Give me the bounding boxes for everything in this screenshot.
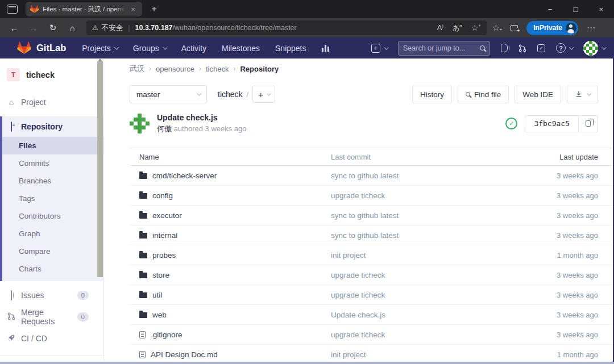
nav-activity[interactable]: Activity [181, 44, 206, 53]
commit-title[interactable]: Update check.js [157, 113, 247, 122]
file-name[interactable]: probes [152, 251, 176, 260]
merge-requests-icon[interactable] [518, 44, 526, 52]
minimize-button[interactable]: − [537, 0, 563, 18]
commit-message[interactable]: sync to github latest [331, 211, 523, 220]
home-button[interactable]: ⌂ [63, 23, 82, 33]
table-row[interactable]: config upgrade ticheck 3 weeks ago [130, 186, 614, 206]
sidebar-scrollbar[interactable] [97, 61, 103, 277]
breadcrumb-namespace[interactable]: opensource [156, 65, 194, 73]
translate-icon[interactable]: あa [453, 23, 462, 33]
read-aloud-icon[interactable]: A) [437, 23, 443, 32]
nav-projects[interactable]: Projects [82, 44, 118, 53]
sidebar-item-tags[interactable]: Tags [2, 190, 103, 207]
commit-message[interactable]: sync to github latest [331, 231, 523, 240]
sidebar-item-merge-requests[interactable]: Merge Requests 0 [0, 307, 103, 327]
issues-icon[interactable] [501, 44, 508, 52]
commit-message[interactable]: upgrade ticheck [331, 271, 523, 279]
todos-icon[interactable]: ✓ [537, 44, 545, 52]
favorites-icon[interactable]: ☆≡ [492, 23, 502, 32]
sidebar-item-cicd[interactable]: CI / CD [0, 329, 103, 348]
commit-author-avatar[interactable] [130, 114, 150, 133]
breadcrumb-project[interactable]: ticheck [206, 65, 229, 73]
file-name[interactable]: executor [152, 211, 182, 220]
commit-message[interactable]: Update check.js [331, 311, 523, 319]
table-row[interactable]: util upgrade ticheck 3 weeks ago [130, 285, 614, 305]
table-row[interactable]: cmd/ticheck-server sync to github latest… [130, 166, 614, 186]
file-name[interactable]: internal [152, 231, 177, 240]
file-name[interactable]: config [152, 191, 173, 200]
download-button[interactable] [567, 86, 598, 103]
add-file-button[interactable]: + [252, 86, 275, 103]
search-input[interactable] [403, 44, 480, 52]
nav-milestones[interactable]: Milestones [222, 44, 260, 53]
file-name[interactable]: .gitignore [151, 330, 182, 339]
tab-close-icon[interactable]: × [128, 5, 138, 14]
collections-icon[interactable] [511, 25, 518, 31]
sidebar-item-commits[interactable]: Commits [2, 154, 103, 172]
commit-hash[interactable]: 3fbc9ac5 [525, 115, 579, 132]
gitlab-brand[interactable]: GitLab [36, 43, 66, 53]
table-row[interactable]: executor sync to github latest 3 weeks a… [130, 206, 614, 225]
rocket-icon [7, 334, 16, 344]
close-button[interactable]: × [588, 0, 614, 18]
search-box[interactable] [398, 41, 490, 56]
breadcrumb-group[interactable]: 武汉 [130, 64, 144, 74]
commit-message[interactable]: init project [331, 350, 523, 359]
file-name[interactable]: util [152, 291, 162, 299]
file-name[interactable]: store [152, 271, 169, 279]
pipeline-status-icon[interactable]: ✓ [505, 118, 517, 129]
file-name[interactable]: API Design Doc.md [151, 350, 218, 359]
refresh-button[interactable]: ↻ [43, 23, 63, 33]
branch-selector[interactable]: master [130, 85, 207, 103]
address-bar[interactable]: ⚠ 不安全 | 10.3.70.187/wuhan/opensource/tic… [86, 20, 487, 35]
sidebar-item-graph[interactable]: Graph [2, 225, 103, 242]
nav-snippets[interactable]: Snippets [275, 44, 306, 53]
history-button[interactable]: History [412, 86, 452, 103]
chart-icon[interactable] [322, 44, 329, 52]
table-row[interactable]: web Update check.js 3 weeks ago [130, 305, 614, 325]
sidebar-project-header[interactable]: T ticheck [0, 58, 103, 93]
table-row[interactable]: store upgrade ticheck 3 weeks ago [130, 265, 614, 285]
new-tab-button[interactable]: + [146, 3, 163, 15]
sidebar-item-branches[interactable]: Branches [2, 172, 103, 190]
commit-message[interactable]: init project [331, 251, 523, 260]
browser-tab[interactable]: Files · master · 武汉 / opensourc × [26, 2, 142, 16]
copy-commit-button[interactable] [579, 115, 598, 132]
folder-icon [139, 233, 147, 239]
find-file-button[interactable]: Find file [458, 86, 509, 103]
back-button[interactable]: ← [5, 23, 24, 33]
inprivate-badge[interactable]: InPrivate [526, 21, 578, 35]
user-menu[interactable] [583, 41, 605, 56]
file-icon [139, 331, 146, 338]
sidebar-item-charts[interactable]: Charts [2, 260, 103, 278]
sidebar-item-issues[interactable]: Issues 0 [0, 286, 103, 305]
add-favorite-icon[interactable]: ☆+ [471, 23, 481, 32]
forward-button[interactable]: → [24, 23, 43, 33]
nav-groups[interactable]: Groups [133, 44, 166, 53]
commit-message[interactable]: upgrade ticheck [331, 330, 523, 339]
tab-actions-icon[interactable] [7, 5, 18, 14]
sidebar-item-contributors[interactable]: Contributors [2, 207, 103, 225]
sidebar-item-project[interactable]: ⌂ Project [0, 93, 103, 112]
web-ide-button[interactable]: Web IDE [515, 86, 561, 103]
gitlab-logo[interactable] [17, 41, 31, 55]
table-row[interactable]: API Design Doc.md init project 1 month a… [130, 345, 614, 362]
commit-message[interactable]: upgrade ticheck [331, 191, 523, 200]
table-row[interactable]: probes init project 1 month ago [130, 245, 614, 265]
maximize-button[interactable]: □ [563, 0, 588, 18]
commit-message[interactable]: upgrade ticheck [331, 291, 523, 299]
security-label[interactable]: 不安全 [102, 23, 123, 33]
table-row[interactable]: internal sync to github latest 3 weeks a… [130, 225, 614, 245]
browser-menu-icon[interactable]: ⋯ [587, 23, 596, 33]
sidebar-item-repository[interactable]: Repository [2, 116, 103, 137]
commit-message[interactable]: sync to github latest [331, 171, 523, 180]
sidebar-item-compare[interactable]: Compare [2, 242, 103, 260]
new-menu-button[interactable]: + [371, 44, 387, 53]
file-name[interactable]: cmd/ticheck-server [152, 171, 217, 180]
file-name[interactable]: web [152, 311, 167, 319]
help-menu[interactable]: ? [556, 43, 572, 53]
sidebar-item-files[interactable]: Files [2, 137, 103, 154]
table-row[interactable]: .gitignore upgrade ticheck 3 weeks ago [130, 325, 614, 345]
repo-path[interactable]: ticheck [218, 90, 243, 99]
commit-author[interactable]: 何傲 [157, 124, 172, 133]
